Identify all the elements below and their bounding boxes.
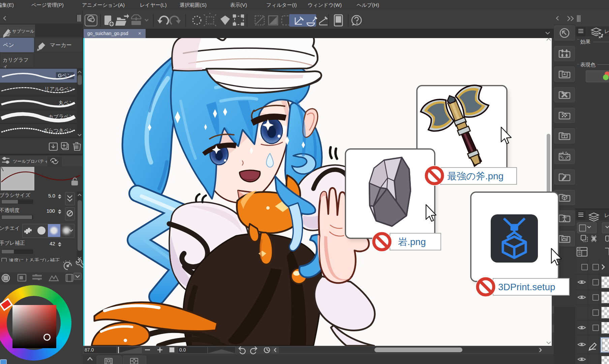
svg-text:岩.png: 岩.png [398, 237, 426, 247]
svg-text:最強の斧.png: 最強の斧.png [447, 171, 504, 181]
svg-text:3DPrint.setup: 3DPrint.setup [498, 282, 555, 292]
